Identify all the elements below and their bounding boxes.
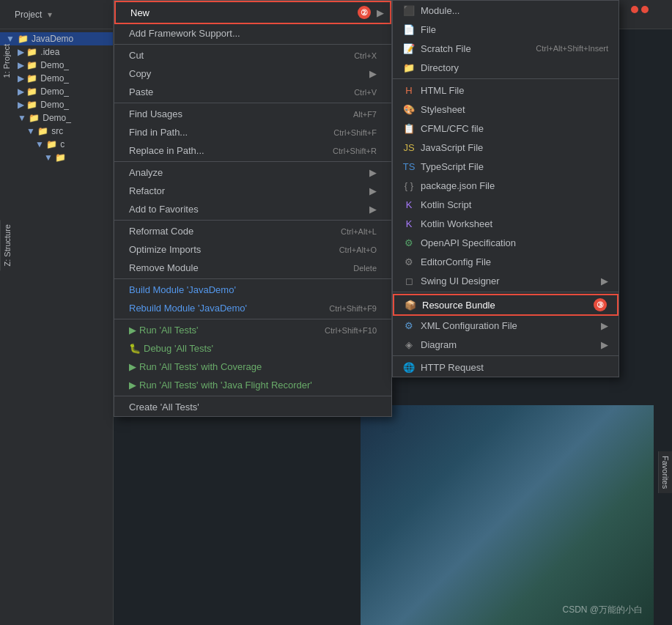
tree-item-demo3-label: Demo_ <box>40 86 69 97</box>
menu-item-cut-shortcut: Ctrl+X <box>354 51 377 60</box>
submenu-item-pkg[interactable]: { } package.json File <box>393 176 619 195</box>
tree-item-demo5[interactable]: ▼ 📁 Demo_ <box>0 111 113 125</box>
submenu-item-directory[interactable]: 📁 Directory <box>393 58 619 77</box>
menu-item-rebuild[interactable]: Rebuild Module 'JavaDemo' Ctrl+Shift+F9 <box>114 299 391 317</box>
submenu-item-swing[interactable]: ◻ Swing UI Designer ▶ <box>393 271 619 290</box>
tree-item-demo3[interactable]: ▶ 📁 Demo_ <box>0 85 113 98</box>
submenu-item-diagram[interactable]: ◈ Diagram ▶ <box>393 335 619 354</box>
menu-item-new[interactable]: New ② ▶ <box>114 1 391 24</box>
submenu-item-html[interactable]: H HTML File <box>393 81 619 100</box>
separator-1 <box>114 44 391 45</box>
menu-item-debug[interactable]: 🐛 Debug 'All Tests' <box>114 339 391 358</box>
context-menu: New ② ▶ Add Framework Support... Cut Ctr… <box>114 0 392 417</box>
folder-icon-demo1: ▶ 📁 <box>18 60 37 70</box>
menu-item-find-path-label: Find in Path... <box>129 127 333 138</box>
tree-item-nested[interactable]: ▼ 📁 <box>0 151 113 164</box>
submenu-diagram-arrow: ▶ <box>601 339 608 350</box>
tree-item-src[interactable]: ▼ 📁 src <box>0 125 113 138</box>
favorites-tab[interactable]: Favorites <box>658 451 672 493</box>
http-icon: 🌐 <box>403 361 415 373</box>
submenu-item-js[interactable]: JS JavaScript File <box>393 138 619 157</box>
menu-item-run-jfr[interactable]: ▶ Run 'All Tests' with 'Java Flight Reco… <box>114 376 391 394</box>
folder-icon-demo5: ▼ 📁 <box>18 113 40 123</box>
submenu-item-kotlin-script[interactable]: K Kotlin Script <box>393 195 619 214</box>
notification-dot-2 <box>641 6 649 13</box>
menu-item-cut[interactable]: Cut Ctrl+X <box>114 46 391 64</box>
menu-item-run-coverage-label: Run 'All Tests' with Coverage <box>139 361 377 372</box>
menu-item-create[interactable]: Create 'All Tests' <box>114 398 391 416</box>
submenu-http-label: HTTP Request <box>421 362 608 373</box>
menu-item-reformat[interactable]: Reformat Code Ctrl+Alt+L <box>114 222 391 240</box>
separator-2 <box>114 103 391 103</box>
menu-item-debug-label: Debug 'All Tests' <box>144 343 377 354</box>
submenu-scratch-shortcut: Ctrl+Alt+Shift+Insert <box>536 44 608 53</box>
submenu-item-ts[interactable]: TS TypeScript File <box>393 157 619 176</box>
menu-item-optimize[interactable]: Optimize Imports Ctrl+Alt+O <box>114 240 391 259</box>
menu-item-analyze[interactable]: Analyze ▶ <box>114 163 391 182</box>
tree-item-demo5-label: Demo_ <box>43 113 71 123</box>
menu-item-reformat-label: Reformat Code <box>129 226 341 237</box>
menu-item-run-coverage[interactable]: ▶ Run 'All Tests' with Coverage <box>114 358 391 376</box>
menu-item-new-label: New <box>130 7 353 18</box>
submenu-item-module[interactable]: ⬛ Module... <box>393 1 619 20</box>
menu-item-optimize-label: Optimize Imports <box>129 244 339 255</box>
menu-item-run[interactable]: ▶ Run 'All Tests' Ctrl+Shift+F10 <box>114 321 391 339</box>
menu-item-find-usages[interactable]: Find Usages Alt+F7 <box>114 105 391 123</box>
submenu-item-xml[interactable]: ⚙ XML Configuration File ▶ <box>393 316 619 335</box>
menu-item-copy-arrow: ▶ <box>369 68 377 79</box>
menu-item-refactor[interactable]: Refactor ▶ <box>114 182 391 200</box>
tree-item-demo1[interactable]: ▶ 📁 Demo_ <box>0 59 113 72</box>
openapi-icon: ⚙ <box>403 237 415 248</box>
cfml-icon: 📋 <box>403 122 415 134</box>
tree-item-idea[interactable]: ▶ 📁 .idea <box>0 45 113 59</box>
debug-icon: 🐛 <box>129 343 141 354</box>
menu-item-replace-path-shortcut: Ctrl+Shift+R <box>333 147 377 155</box>
separator-3 <box>114 161 391 162</box>
tree-item-javademo[interactable]: ▼ 📁 JavaDemo <box>0 32 113 45</box>
submenu-stylesheet-label: Stylesheet <box>421 104 608 115</box>
project-label: 1: Project <box>2 44 11 78</box>
submenu-item-http[interactable]: 🌐 HTTP Request <box>393 358 619 377</box>
menu-item-build[interactable]: Build Module 'JavaDemo' <box>114 281 391 299</box>
menu-item-optimize-shortcut: Ctrl+Alt+O <box>339 245 377 254</box>
menu-badge-new: ② <box>358 6 371 19</box>
tree-item-demo2[interactable]: ▶ 📁 Demo_ <box>0 72 113 85</box>
menu-item-replace-path[interactable]: Replace in Path... Ctrl+Shift+R <box>114 141 391 160</box>
menu-item-find-usages-shortcut: Alt+F7 <box>353 110 377 119</box>
jfr-icon: ▶ <box>129 380 136 391</box>
menu-item-favorites[interactable]: Add to Favorites ▶ <box>114 200 391 218</box>
diagram-icon: ◈ <box>403 339 415 350</box>
menu-item-copy[interactable]: Copy ▶ <box>114 64 391 83</box>
tree-item-idea-label: .idea <box>40 47 59 57</box>
menu-item-find-path[interactable]: Find in Path... Ctrl+Shift+F <box>114 123 391 141</box>
submenu-editorconfig-label: EditorConfig File <box>421 256 608 267</box>
z-structure-tab[interactable]: Z: Structure <box>0 220 14 270</box>
panel-header: 1: Project Project ▾ <box>0 0 113 29</box>
separator-5 <box>114 278 391 279</box>
folder-icon-demo4: ▶ 📁 <box>18 100 37 110</box>
menu-item-find-path-shortcut: Ctrl+Shift+F <box>333 128 377 137</box>
submenu-item-file[interactable]: 📄 File <box>393 20 619 39</box>
submenu-xml-label: XML Configuration File <box>421 320 595 331</box>
submenu-item-editorconfig[interactable]: ⚙ EditorConfig File <box>393 252 619 271</box>
submenu-item-resource-bundle[interactable]: 📦 Resource Bundle ③ <box>393 294 619 316</box>
submenu-item-openapi[interactable]: ⚙ OpenAPI Specification <box>393 233 619 252</box>
menu-item-cut-label: Cut <box>129 50 354 61</box>
submenu-item-stylesheet[interactable]: 🎨 Stylesheet <box>393 100 619 119</box>
menu-item-analyze-label: Analyze <box>129 167 363 178</box>
separator-6 <box>114 319 391 319</box>
menu-item-framework-label: Add Framework Support... <box>129 28 377 39</box>
menu-item-paste[interactable]: Paste Ctrl+V <box>114 83 391 101</box>
bundle-icon: 📦 <box>405 299 416 311</box>
submenu-item-scratch[interactable]: 📝 Scratch File Ctrl+Alt+Shift+Insert <box>393 39 619 58</box>
submenu-item-kotlin-worksheet[interactable]: K Kotlin Worksheet <box>393 214 619 233</box>
submenu-html-label: HTML File <box>421 85 608 96</box>
menu-item-framework[interactable]: Add Framework Support... <box>114 24 391 42</box>
tree-item-c[interactable]: ▼ 📁 c <box>0 138 113 151</box>
submenu-item-cfml[interactable]: 📋 CFML/CFC file <box>393 119 619 138</box>
panel-dropdown-icon[interactable]: ▾ <box>48 10 52 20</box>
submenu-new: ⬛ Module... 📄 File 📝 Scratch File Ctrl+A… <box>392 0 619 377</box>
menu-item-remove-module[interactable]: Remove Module Delete <box>114 259 391 277</box>
tree-item-label: JavaDemo <box>32 34 73 44</box>
tree-item-demo4[interactable]: ▶ 📁 Demo_ <box>0 98 113 111</box>
